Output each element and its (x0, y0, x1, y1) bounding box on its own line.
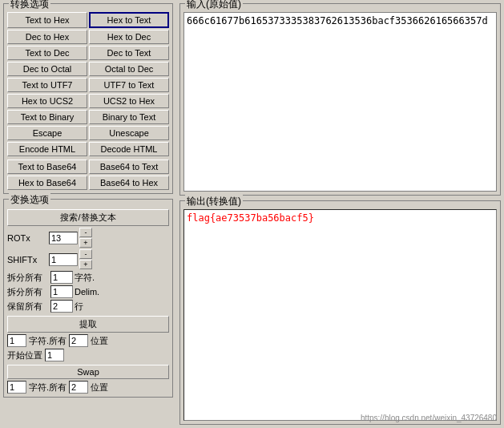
keep-all-input[interactable] (50, 300, 73, 313)
shiftx-down-btn[interactable]: - (79, 249, 92, 259)
transform-title: 变换选项 (9, 193, 50, 207)
extract-label1: 字符.所有 (29, 335, 67, 347)
search-replace-btn[interactable]: 搜索/替换文本 (7, 209, 169, 226)
encode-html-btn[interactable]: Encode HTML (7, 142, 87, 156)
shiftx-input[interactable] (49, 253, 78, 266)
conversion-buttons: Text to Hex Hex to Text Dec to Hex Hex t… (7, 12, 169, 156)
watermark: https://blog.csdn.net/weixin_43726480 (361, 414, 497, 422)
hex-to-ucs2-btn[interactable]: Hex to UCS2 (7, 94, 87, 108)
extract-v2-input[interactable] (69, 334, 88, 347)
swap-btn[interactable]: Swap (7, 365, 169, 379)
input-textarea[interactable] (183, 12, 497, 192)
input-title: 输入(原始值) (185, 0, 243, 11)
extract-v1-input[interactable] (7, 334, 26, 347)
split-all-1-suffix: 字符. (75, 272, 95, 284)
dec-to-text-btn[interactable]: Dec to Text (89, 46, 169, 60)
dec-to-hex-btn[interactable]: Dec to Hex (7, 30, 87, 44)
text-to-utf7-btn[interactable]: Text to UTF7 (7, 78, 87, 92)
split-all-1-label: 拆分所有 (7, 272, 49, 284)
start-pos-label: 开始位置 (7, 349, 42, 361)
rotx-label: ROTx (7, 233, 47, 243)
left-panel: 转换选项 Text to Hex Hex to Text Dec to Hex … (0, 0, 176, 428)
swap-v1-input[interactable] (7, 381, 26, 394)
octal-to-dec-btn[interactable]: Octal to Dec (89, 62, 169, 76)
rotx-input[interactable] (49, 232, 78, 244)
split-all-2-input[interactable] (50, 285, 73, 298)
output-textarea: flag{ae73537ba56bacf5} (183, 209, 497, 421)
utf7-to-text-btn[interactable]: UTF7 to Text (89, 78, 169, 92)
output-title: 输出(转换值) (185, 195, 243, 208)
swap-label1: 字符.所有 (29, 382, 67, 394)
ucs2-to-hex-btn[interactable]: UCS2 to Hex (89, 94, 169, 108)
hex-to-text-btn[interactable]: Hex to Text (89, 12, 169, 28)
hex-to-dec-btn[interactable]: Hex to Dec (89, 30, 169, 44)
swap-label2: 位置 (91, 382, 108, 394)
base64-to-hex-btn[interactable]: Base64 to Hex (89, 176, 169, 190)
split-all-2-suffix: Delim. (75, 287, 99, 297)
extract-label2: 位置 (91, 335, 108, 347)
base64-to-text-btn[interactable]: Base64 to Text (89, 159, 169, 174)
transform-group: 变换选项 搜索/替换文本 ROTx - + SHIFTx - + (3, 199, 173, 398)
split-all-1-input[interactable] (50, 271, 73, 284)
rotx-up-btn[interactable]: + (79, 238, 92, 248)
escape-btn[interactable]: Escape (7, 126, 87, 140)
unescape-btn[interactable]: Unescape (89, 126, 169, 140)
swap-v2-input[interactable] (69, 381, 88, 394)
conversion-group: 转换选项 Text to Hex Hex to Text Dec to Hex … (3, 3, 173, 194)
dec-to-octal-btn[interactable]: Dec to Octal (7, 62, 87, 76)
input-group: 输入(原始值) (179, 3, 501, 196)
shiftx-up-btn[interactable]: + (79, 260, 92, 269)
text-to-binary-btn[interactable]: Text to Binary (7, 110, 87, 124)
text-to-hex-btn[interactable]: Text to Hex (7, 12, 87, 28)
start-pos-input[interactable] (45, 349, 64, 361)
output-group: 输出(转换值) flag{ae73537ba56bacf5} https://b… (179, 200, 501, 425)
shiftx-label: SHIFTx (7, 255, 47, 264)
keep-all-suffix: 行 (75, 301, 83, 313)
text-to-base64-btn[interactable]: Text to Base64 (7, 159, 87, 174)
rotx-down-btn[interactable]: - (79, 228, 92, 237)
right-panel: 输入(原始值) 输出(转换值) flag{ae73537ba56bacf5} h… (176, 0, 504, 428)
hex-to-base64-btn[interactable]: Hex to Base64 (7, 176, 87, 190)
decode-html-btn[interactable]: Decode HTML (89, 142, 169, 156)
binary-to-text-btn[interactable]: Binary to Text (89, 110, 169, 124)
extract-btn[interactable]: 提取 (7, 316, 169, 333)
keep-all-label: 保留所有 (7, 301, 49, 313)
split-all-2-label: 拆分所有 (7, 286, 49, 298)
conversion-title: 转换选项 (9, 0, 50, 11)
text-to-dec-btn[interactable]: Text to Dec (7, 46, 87, 60)
